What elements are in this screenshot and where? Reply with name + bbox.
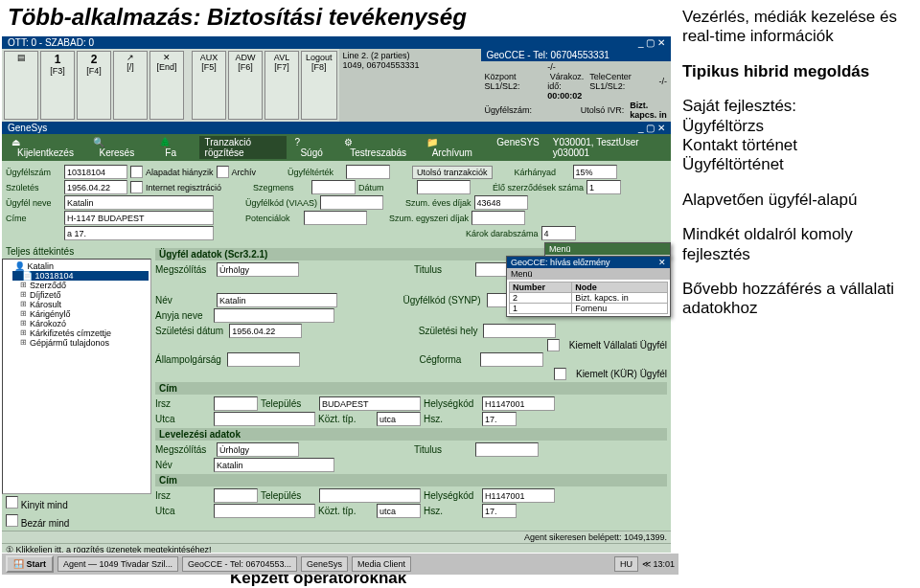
menu-user: Y030001, TesztUser y030001 [547, 136, 667, 159]
menu-genesys[interactable]: GeneSYS [491, 136, 544, 159]
line-status: Line 2. (2 parties) 1049, 06704553331 [339, 49, 481, 122]
geocce-status: GeoCCE - Tel: 06704553331 Központ SL1/SL… [481, 49, 671, 122]
tb-end[interactable]: ✕[End] [150, 51, 184, 120]
tb-aux[interactable]: AUX[F5] [192, 51, 226, 120]
tb-line1[interactable]: 1[F3] [40, 51, 75, 120]
archiv-chk[interactable] [217, 166, 229, 178]
alapadat-chk[interactable] [130, 166, 143, 178]
cime-input[interactable] [64, 211, 214, 225]
task-media[interactable]: Media Client [352, 556, 411, 572]
taskbar: 🪟 Start Agent — 1049 Tivadar Szil... Geo… [2, 553, 678, 575]
menu-search[interactable]: 🔍 Keresés [87, 136, 151, 159]
last-trans-button[interactable]: Utolsó tranzakciók [412, 166, 493, 179]
geocce-popup[interactable]: GeoCCE: hívás előzmény✕ Menü NumberNode … [506, 256, 671, 317]
menu-logout[interactable]: ⏏ Kijelentkezés [6, 136, 85, 159]
menu-archive[interactable]: 📁 Archívum [421, 136, 490, 159]
ugyfelterk-input[interactable] [346, 165, 390, 179]
annot-access: Bővebb hozzáférés a vállalati adatokhoz [682, 280, 912, 319]
annot-own-dev: Saját fejlesztés: Ügyféltörzs Kontakt tö… [682, 97, 912, 175]
close-icon[interactable]: ✕ [658, 258, 666, 267]
annotations: Vezérlés, médiák kezelése és real-time i… [682, 8, 912, 334]
clock: ≪ 13:01 [642, 559, 675, 569]
karok-input[interactable] [541, 226, 576, 240]
annot-customer-based: Alapvetően ügyfél-alapú [682, 191, 912, 210]
annot-hybrid: Tipikus hibrid megoldás [682, 62, 912, 81]
main-toolbar: ▤ 1[F3] 2[F4] ↗[/] ✕[End] AUX[F5] ADW[F6… [2, 49, 339, 122]
app-window: OTT: 0 - SZABAD: 0 _ ▢ ✕ ▤ 1[F3] 2[F4] ↗… [2, 36, 671, 555]
tb-logout[interactable]: Logout[F8] [301, 51, 337, 120]
tb-icon[interactable]: ▤ [4, 51, 38, 120]
menu-help[interactable]: ? Súgó [288, 136, 336, 159]
agent-status: Agent sikeresen belépett: 1049,1399. [2, 531, 671, 543]
tree-view[interactable]: 👤 Katalin 📄 10318104 Szerződő Díjfizető … [2, 259, 151, 494]
szuletes-input[interactable] [64, 180, 127, 194]
tb-line2[interactable]: 2[F4] [77, 51, 111, 120]
app-titlebar: OTT: 0 - SZABAD: 0 _ ▢ ✕ [2, 36, 671, 49]
lang-indicator[interactable]: HU [614, 556, 638, 572]
karhanyad-input[interactable] [573, 165, 617, 179]
menu-tree[interactable]: 🌲 Fa [153, 136, 196, 159]
szum-input[interactable] [474, 195, 528, 210]
customer-header-form: Ügyfélszám Alapadat hiányzik Archív Ügyf… [2, 161, 671, 244]
task-agent[interactable]: Agent — 1049 Tivadar Szil... [58, 556, 178, 572]
ugyfelneve-input[interactable] [64, 195, 214, 210]
geocce-table: NumberNode 2Bizt. kapcs. in 1Fomenu [509, 282, 668, 314]
menu-transaction[interactable]: Tranzakció rögzítése [199, 136, 288, 159]
genesys-bar: GeneSys_ ▢ ✕ [2, 122, 671, 134]
ugyfelszam-input[interactable] [64, 165, 127, 179]
tree-title: Teljes áttekintés [2, 244, 151, 259]
start-button[interactable]: 🪟 Start [6, 555, 54, 573]
menubar: ⏏ Kijelentkezés 🔍 Keresés 🌲 Fa Tranzakci… [2, 134, 671, 161]
internet-chk[interactable] [130, 181, 143, 193]
tb-slash[interactable]: ↗[/] [113, 51, 148, 120]
tb-adw[interactable]: ADW[F6] [228, 51, 263, 120]
table-row: 2Bizt. kapcs. in [510, 293, 668, 304]
table-row: 1Fomenu [510, 304, 668, 314]
elo-input[interactable] [586, 180, 621, 194]
detail-form: Ügyfél adatok (Scr3.2.1) Megszólítás Tit… [151, 244, 671, 531]
cime2-input[interactable] [64, 226, 214, 240]
menu-customize[interactable]: ⚙ Testreszabás [338, 136, 418, 159]
annot-development: Mindkét oldalról komoly fejlesztés [682, 225, 912, 264]
annot-control: Vezérlés, médiák kezelése és real-time i… [682, 8, 912, 47]
task-geocce[interactable]: GeoCCE - Tel: 06704553... [182, 556, 297, 572]
window-controls[interactable]: _ ▢ ✕ [638, 37, 665, 48]
task-genesys[interactable]: GeneSys [301, 556, 348, 572]
titlebar-text: OTT: 0 - SZABAD: 0 [8, 37, 94, 48]
tb-avl[interactable]: AVL[F7] [264, 51, 299, 120]
